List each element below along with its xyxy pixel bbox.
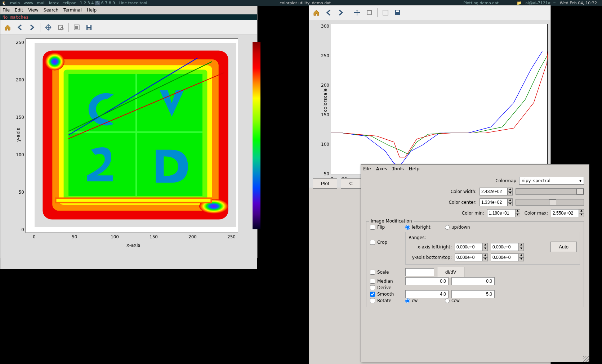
y-top-input[interactable]	[491, 253, 519, 261]
menu-file[interactable]: File	[3, 8, 10, 13]
color-center-slider[interactable]	[516, 199, 584, 206]
median-checkbox[interactable]	[370, 279, 375, 284]
smooth-checkbox[interactable]	[370, 292, 375, 297]
taskbar-clock: Wed Feb 04, 10:32	[560, 1, 597, 5]
image-mod-fieldset: Image Modification Flip left/right up/do…	[366, 221, 584, 307]
didv-button[interactable]: dI/dV	[437, 267, 464, 277]
smooth-input-2[interactable]	[451, 290, 495, 298]
menu-terminal[interactable]: Terminal	[63, 8, 82, 13]
color-center-input[interactable]	[480, 198, 508, 206]
svg-rect-25	[396, 10, 399, 12]
taskbar-subtitle: Plotting demo.dat	[463, 1, 499, 5]
plot-button[interactable]: Plot	[313, 178, 337, 189]
svg-rect-18	[56, 199, 210, 202]
taskbar-title: colorplot utility: demo.dat	[151, 1, 460, 5]
pan-icon[interactable]	[43, 22, 54, 33]
home-icon[interactable]	[311, 7, 322, 18]
color-width-input[interactable]	[480, 188, 508, 196]
color-max-input[interactable]	[551, 209, 579, 217]
menu-help[interactable]: Help	[87, 8, 97, 13]
zoom-icon[interactable]	[55, 22, 66, 33]
back-icon[interactable]	[323, 7, 334, 18]
svg-rect-22	[367, 10, 371, 15]
x-right-input[interactable]	[491, 243, 519, 251]
forward-icon[interactable]	[26, 22, 38, 33]
smooth-input-1[interactable]	[405, 290, 449, 298]
y-axis-label: y-axis	[15, 128, 21, 141]
menu-tools[interactable]: Tools	[392, 166, 404, 171]
tool-menubar: File Axes Tools Help	[361, 165, 589, 173]
terminal-output: No matches	[0, 14, 257, 20]
taskbar-icon: 🐧	[1, 1, 6, 5]
svg-rect-6	[88, 28, 90, 30]
heatmap-axes	[26, 39, 238, 233]
scale-checkbox[interactable]	[370, 270, 375, 275]
workspace-list[interactable]: 1 2 3 4 5 6 7 8 9	[80, 1, 115, 5]
median-input-2[interactable]	[451, 277, 495, 285]
flip-ud-radio[interactable]	[445, 225, 450, 230]
home-icon[interactable]	[2, 22, 13, 33]
heatmap-plot[interactable]: 0 50 100 150 200 250 0 50 100 150 200 25…	[0, 35, 257, 269]
resize-grip[interactable]	[583, 356, 589, 362]
median-input-1[interactable]	[405, 277, 449, 285]
y-bottom-input[interactable]	[455, 253, 483, 261]
svg-rect-23	[383, 10, 388, 15]
taskbar-program: Line trace tool	[119, 1, 147, 5]
colorbar	[253, 42, 260, 229]
color-width-slider[interactable]	[516, 188, 584, 195]
heatmap-image	[35, 43, 236, 227]
ranges-label: Ranges:	[409, 235, 577, 240]
back-icon[interactable]	[14, 22, 26, 33]
taskbar-user: al@al-7121a: ~	[525, 1, 556, 5]
line-y-label: colorscale	[322, 89, 328, 112]
configure-icon[interactable]	[380, 7, 391, 18]
zoom-icon[interactable]	[364, 7, 375, 18]
trace-trace-blue	[331, 51, 542, 166]
forward-icon[interactable]	[335, 7, 347, 18]
colormap-label: Colormap	[495, 178, 516, 183]
menu-edit[interactable]: Edit	[15, 8, 23, 13]
menu-view[interactable]: View	[28, 8, 38, 13]
clear-button[interactable]: C	[341, 178, 361, 189]
svg-rect-5	[88, 25, 90, 27]
menu-axes[interactable]: Axes	[376, 166, 387, 171]
color-min-input[interactable]	[487, 209, 515, 217]
color-min-label: Color min:	[462, 211, 484, 216]
auto-button[interactable]: Auto	[550, 242, 577, 252]
save-icon[interactable]	[392, 7, 403, 18]
color-width-label: Color width:	[451, 189, 477, 194]
crop-checkbox[interactable]	[370, 240, 375, 245]
derive-checkbox[interactable]	[370, 285, 375, 290]
svg-rect-14	[135, 74, 137, 196]
line-axes	[331, 24, 548, 175]
trace-trace-red	[331, 51, 548, 157]
mpl-toolbar-2	[309, 5, 550, 20]
menu-file-2[interactable]: File	[363, 166, 371, 171]
line-plot[interactable]: 50 100 150 200 250 300 0 20 80 colorscal…	[309, 20, 550, 188]
svg-rect-3	[75, 26, 78, 29]
x-axis-label: x-axis	[126, 242, 140, 248]
save-icon[interactable]	[83, 22, 95, 33]
flip-lr-radio[interactable]	[405, 225, 410, 230]
trace-trace-green	[331, 54, 548, 154]
rotate-checkbox[interactable]	[370, 298, 375, 303]
rotate-ccw-radio[interactable]	[445, 298, 450, 303]
pan-icon[interactable]	[351, 7, 363, 18]
rotate-cw-radio[interactable]	[405, 298, 410, 303]
flip-checkbox[interactable]	[370, 225, 375, 230]
colormap-select[interactable]: nipy_spectral▾	[519, 177, 584, 185]
scale-input[interactable]	[405, 268, 434, 276]
mpl-toolbar-1	[0, 20, 257, 35]
main-menubar: File Edit View Search Terminal Help	[0, 6, 257, 14]
x-left-input[interactable]	[455, 243, 483, 251]
menu-search[interactable]: Search	[44, 8, 58, 13]
menu-help-2[interactable]: Help	[409, 166, 420, 171]
chevron-down-icon: ▾	[579, 178, 581, 183]
line-svg	[331, 24, 548, 175]
colorbar-label: colorscale	[279, 127, 284, 150]
svg-point-15	[45, 53, 64, 71]
configure-icon[interactable]	[71, 22, 83, 33]
color-center-label: Color center:	[449, 200, 477, 205]
color-max-label: Color max:	[525, 211, 548, 216]
colorplot-window: File Edit View Search Terminal Help No m…	[0, 6, 258, 258]
